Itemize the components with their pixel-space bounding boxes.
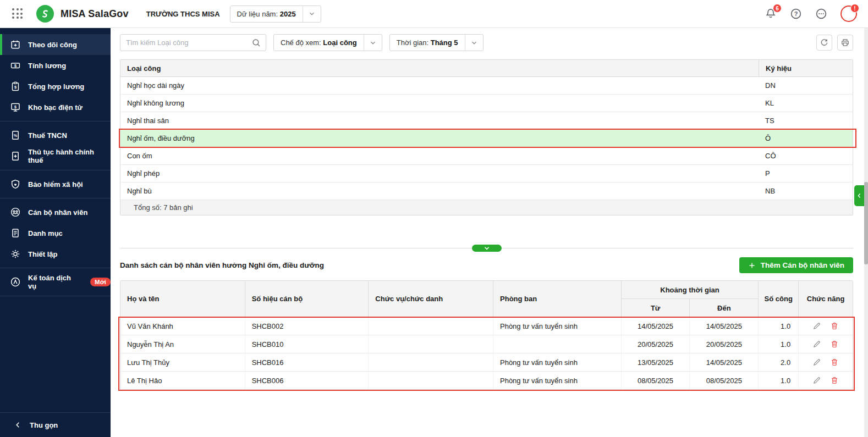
work-type-code: KL: [759, 99, 853, 107]
column-header-khoang-thoi-gian: Khoảng thời gian: [622, 281, 759, 299]
work-type-row[interactable]: Con ốm CÔ: [120, 147, 853, 165]
more-options-icon[interactable]: [815, 8, 827, 20]
print-button[interactable]: [837, 35, 853, 51]
sidebar-divider: [0, 170, 111, 170]
filter-toolbar: Chế độ xem: Loại công Thời gian: Tháng 5: [120, 34, 853, 51]
notification-count-badge: 6: [773, 4, 782, 13]
sidebar-item-label: Thuế TNCN: [28, 131, 67, 140]
employee-table: Họ và tên Số hiệu cán bộ Chức vụ/chức da…: [120, 280, 853, 390]
delete-trash-icon[interactable]: [830, 376, 839, 385]
work-type-name: Con ốm: [120, 152, 759, 160]
search-box: [120, 34, 266, 51]
employee-row[interactable]: Vũ Văn Khánh SHCB002 Phòng tư vấn tuyển …: [120, 317, 853, 335]
employee-department: Phòng tư vấn tuyển sinh: [493, 353, 622, 371]
view-mode-dropdown[interactable]: Chế độ xem: Loại công: [273, 34, 382, 51]
sidebar-item-tong-hop-luong[interactable]: $ Tổng hợp lương: [0, 76, 111, 97]
column-header-phong-ban: Phòng ban: [493, 281, 622, 317]
help-icon[interactable]: ?: [790, 8, 802, 20]
app-title: MISA SalaGov: [61, 8, 129, 20]
user-avatar[interactable]: !: [840, 5, 857, 22]
work-type-row-selected[interactable]: Nghỉ ốm, điều dưỡng Ô: [120, 130, 853, 147]
sidebar-item-thiet-lap[interactable]: Thiết lập: [0, 244, 111, 264]
notifications-bell-icon[interactable]: 6: [765, 8, 777, 20]
leave-from-date: 20/05/2025: [622, 335, 690, 353]
edit-pencil-icon[interactable]: [812, 340, 821, 349]
employee-name: Nguyễn Thị An: [120, 335, 245, 353]
svg-text:$: $: [14, 85, 17, 90]
work-type-row[interactable]: Nghỉ không lương KL: [120, 95, 853, 112]
sidebar-item-thue-tncn[interactable]: % Thuế TNCN: [0, 125, 111, 146]
delete-trash-icon[interactable]: [830, 358, 839, 367]
employee-row[interactable]: Lê Thị Hảo SHCB006 Phòng tư vấn tuyển si…: [120, 372, 853, 390]
sidebar-item-can-bo-nhan-vien[interactable]: Cán bộ nhân viên: [0, 202, 111, 223]
edit-pencil-icon[interactable]: [812, 376, 821, 385]
expand-panel-tab[interactable]: [854, 185, 864, 206]
refresh-button[interactable]: [816, 35, 832, 51]
employee-department: Phòng tư vấn tuyển sinh: [493, 372, 622, 389]
add-employee-label: Thêm Cán bộ nhân viên: [761, 261, 844, 269]
sidebar-item-label: Thủ tục hành chính thuế: [28, 148, 111, 164]
add-employee-button[interactable]: Thêm Cán bộ nhân viên: [739, 257, 853, 273]
column-header-so-hieu-can-bo: Số hiệu cán bộ: [245, 281, 369, 317]
edit-pencil-icon[interactable]: [812, 358, 821, 367]
work-type-row[interactable]: Nghỉ học dài ngày DN: [120, 77, 853, 95]
column-header-den: Đến: [690, 299, 758, 317]
employee-section-header: Danh sách cán bộ nhân viên hưởng Nghỉ ốm…: [120, 257, 853, 273]
printer-icon: [840, 38, 850, 47]
work-type-row[interactable]: Nghỉ phép P: [120, 165, 853, 182]
time-filter-dropdown[interactable]: Thời gian: Tháng 5: [389, 34, 484, 51]
leave-to-date: 20/05/2025: [690, 335, 759, 353]
search-input[interactable]: [126, 38, 251, 47]
shield-heart-icon: [10, 179, 21, 190]
delete-trash-icon[interactable]: [830, 322, 839, 330]
list-document-icon: [10, 228, 21, 239]
sidebar: Theo dõi công $ Tính lương $ Tổng hợp lư…: [0, 28, 111, 437]
sidebar-item-bao-hiem-xa-hoi[interactable]: Bảo hiểm xã hội: [0, 174, 111, 195]
column-header-chuc-vu: Chức vụ/chức danh: [369, 281, 493, 317]
svg-text:?: ?: [794, 10, 798, 17]
record-count-summary: Tổng số: 7 bản ghi: [120, 200, 853, 215]
work-type-name: Nghỉ thai sản: [120, 117, 759, 125]
time-filter-text: Thời gian: Tháng 5: [390, 38, 465, 47]
work-days: 1.0: [759, 335, 799, 353]
collapse-label: Thu gọn: [30, 421, 58, 429]
employee-position: [369, 372, 493, 389]
calendar-plus-icon: [10, 39, 21, 50]
sidebar-divider: [0, 268, 111, 268]
employee-row[interactable]: Nguyễn Thị An SHCB010 20/05/2025 20/05/2…: [120, 335, 853, 353]
app-grid-menu-icon[interactable]: [11, 7, 24, 20]
sidebar-item-tinh-luong[interactable]: $ Tính lương: [0, 55, 111, 76]
employee-name: Lưu Thị Thủy: [120, 353, 245, 371]
sidebar-item-kho-bac-dien-tu[interactable]: $ Kho bạc điện tử: [0, 97, 111, 118]
work-type-row[interactable]: Nghỉ thai sản TS: [120, 112, 853, 130]
sidebar-collapse-button[interactable]: Thu gọn: [0, 412, 111, 437]
work-type-table-header: Loại công Ký hiệu: [120, 60, 853, 77]
section-title: Danh sách cán bộ nhân viên hưởng Nghỉ ốm…: [120, 261, 324, 269]
edit-pencil-icon[interactable]: [812, 322, 821, 330]
search-icon[interactable]: [251, 38, 261, 48]
collapse-panel-button[interactable]: [472, 245, 502, 252]
chevron-left-icon: [856, 192, 862, 199]
svg-text:$: $: [14, 105, 17, 109]
delete-trash-icon[interactable]: [830, 340, 839, 349]
chevron-down-icon: [484, 246, 490, 251]
svg-text:%: %: [14, 134, 18, 137]
chevron-left-icon: [14, 421, 22, 429]
work-type-name: Nghỉ bù: [120, 187, 759, 195]
work-type-name: Nghỉ không lương: [120, 99, 759, 107]
leave-from-date: 08/05/2025: [622, 372, 690, 389]
work-days: 1.0: [759, 372, 799, 389]
app-logo[interactable]: MISA SalaGov: [36, 5, 129, 23]
svg-text:$: $: [14, 63, 17, 68]
sidebar-item-danh-muc[interactable]: Danh mục: [0, 223, 111, 244]
sidebar-item-thu-tuc-hanh-chinh-thue[interactable]: Thủ tục hành chính thuế: [0, 146, 111, 167]
employee-row[interactable]: Lưu Thị Thủy SHCB016 Phòng tư vấn tuyển …: [120, 353, 853, 372]
sidebar-item-theo-doi-cong[interactable]: Theo dõi công: [0, 34, 111, 55]
sidebar-item-ke-toan-dich-vu[interactable]: Kế toán dịch vụ Mới: [0, 272, 111, 292]
scrollbar-thumb[interactable]: [864, 182, 868, 264]
sidebar-item-label: Kho bạc điện tử: [28, 103, 83, 112]
work-type-row[interactable]: Nghỉ bù NB: [120, 182, 853, 200]
data-year-selector[interactable]: Dữ liệu năm: 2025: [230, 5, 321, 23]
work-days: 2.0: [759, 353, 799, 371]
employee-table-body: Vũ Văn Khánh SHCB002 Phòng tư vấn tuyển …: [120, 317, 853, 390]
